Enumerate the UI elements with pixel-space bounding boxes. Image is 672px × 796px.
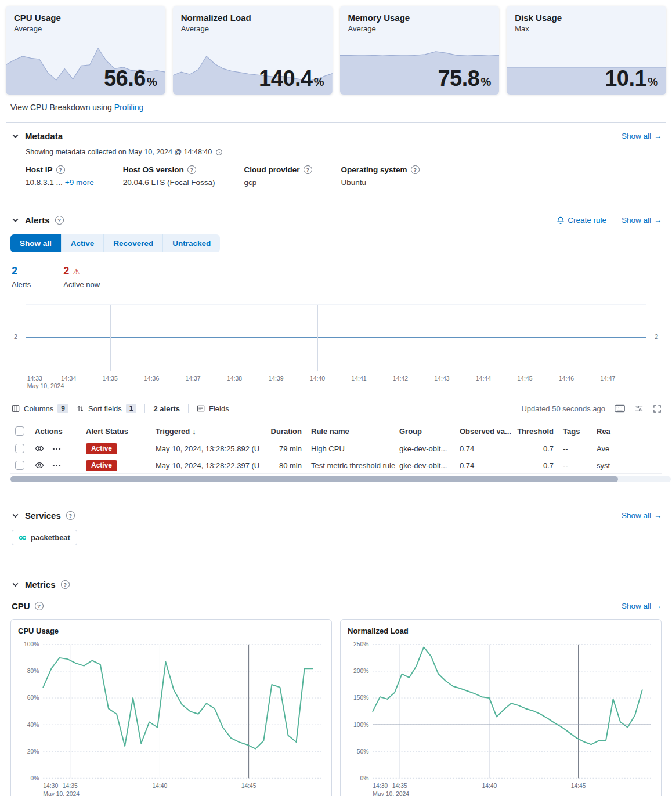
timeline-x-tick: 14:43 <box>434 375 449 382</box>
select-all-checkbox[interactable] <box>15 426 24 436</box>
fullscreen-icon <box>653 404 662 413</box>
header-rule-name[interactable]: Rule name <box>306 427 395 436</box>
filter-untracked[interactable]: Untracked <box>163 234 220 252</box>
metadata-collected-note: Showing metadata collected on May 10, 20… <box>26 148 662 156</box>
cell-threshold: 0.7 <box>512 444 558 453</box>
services-header: Services ? Show all → <box>10 511 662 520</box>
alert-status-filter-group: Show all Active Recovered Untracked <box>10 234 220 252</box>
profiling-link[interactable]: Profiling <box>114 103 144 112</box>
alert-stats: 2 Alerts 2 ⚠ Active now <box>12 265 662 289</box>
svg-text:40%: 40% <box>27 722 39 728</box>
header-alert-status[interactable]: Alert Status <box>81 427 151 436</box>
metrics-title: Metrics <box>25 580 56 589</box>
help-icon[interactable]: ? <box>304 165 312 174</box>
timeline-x-tick: 14:39 <box>268 375 283 382</box>
cell-triggered: May 10, 2024, 13:28:25.892 (U <box>156 444 259 453</box>
metadata-field-operating-system: Operating system? Ubuntu <box>341 165 420 187</box>
alerts-show-all-link[interactable]: Show all → <box>622 216 662 225</box>
filter-show-all[interactable]: Show all <box>10 234 62 252</box>
help-icon[interactable]: ? <box>61 580 70 589</box>
cell-observed-value: 0.74 <box>455 444 512 453</box>
service-packetbeat-link[interactable]: packetbeat <box>12 530 77 545</box>
keyboard-shortcuts-button[interactable] <box>615 404 625 413</box>
field-value: 10.8.3.1 ... <box>26 178 63 187</box>
timeline-gridline <box>110 305 111 371</box>
help-icon[interactable]: ? <box>411 165 420 174</box>
host-ip-more-link[interactable]: +9 more <box>65 178 94 187</box>
filter-recovered[interactable]: Recovered <box>104 234 163 252</box>
fields-button[interactable]: Fields <box>197 404 229 413</box>
chart-title: Normalized Load <box>348 627 654 635</box>
header-triggered[interactable]: Triggered ↓ <box>151 427 266 436</box>
kpi-card-cpu-usage[interactable]: CPU Usage Average 56.6 % <box>6 6 165 95</box>
fullscreen-button[interactable] <box>653 404 662 413</box>
help-icon[interactable]: ? <box>55 216 64 225</box>
services-show-all-link[interactable]: Show all → <box>622 511 662 520</box>
svg-text:0%: 0% <box>31 775 39 781</box>
metadata-header: Metadata Show all → <box>10 131 662 141</box>
more-actions-icon[interactable] <box>52 461 61 470</box>
show-all-label: Show all <box>622 132 651 140</box>
kpi-value: 10.1 % <box>605 66 658 91</box>
header-reason[interactable]: Rea <box>592 427 662 436</box>
more-actions-icon[interactable] <box>52 444 61 453</box>
help-icon[interactable]: ? <box>66 511 75 520</box>
svg-text:14:40: 14:40 <box>482 783 497 789</box>
horizontal-scrollbar[interactable] <box>10 476 671 482</box>
kpi-value: 56.6 % <box>104 66 157 91</box>
metrics-collapse-button[interactable] <box>10 580 20 589</box>
view-alert-eye-icon[interactable] <box>35 461 44 470</box>
services-collapse-button[interactable] <box>10 511 20 520</box>
header-observed-value[interactable]: Observed va... <box>455 427 512 436</box>
scrollbar-thumb[interactable] <box>10 476 618 482</box>
kpi-card-disk-usage[interactable]: Disk Usage Max 10.1 % <box>507 6 666 95</box>
cell-tags: -- <box>558 461 592 470</box>
row-checkbox[interactable] <box>15 461 24 470</box>
kpi-subtitle: Average <box>340 24 500 33</box>
view-alert-eye-icon[interactable] <box>35 444 44 453</box>
timeline-gridline <box>317 305 318 371</box>
help-icon[interactable]: ? <box>56 165 65 174</box>
header-tags[interactable]: Tags <box>558 427 592 436</box>
header-duration[interactable]: Duration <box>266 427 306 436</box>
cpu-usage-chart-panel[interactable]: CPU Usage 0%20%40%60%80%100%14:3014:3514… <box>10 619 332 796</box>
create-rule-link[interactable]: Create rule <box>557 216 606 225</box>
svg-text:200%: 200% <box>353 668 368 674</box>
cell-observed-value: 0.74 <box>455 461 512 470</box>
kpi-card-normalized-load[interactable]: Normalized Load Average 140.4 % <box>173 6 333 95</box>
alerts-total-count: 2 <box>12 265 31 277</box>
metadata-show-all-link[interactable]: Show all → <box>622 132 662 140</box>
metadata-collapse-button[interactable] <box>10 132 20 141</box>
sort-arrows-icon <box>77 405 84 413</box>
cell-triggered: May 10, 2024, 13:28:22.397 (U <box>156 461 259 470</box>
kpi-value-unit: % <box>480 75 491 89</box>
svg-text:14:30: 14:30 <box>43 783 58 789</box>
display-options-button[interactable] <box>634 404 644 413</box>
row-checkbox[interactable] <box>15 444 24 453</box>
sort-fields-button[interactable]: Sort fields 1 <box>77 404 137 413</box>
timeline-x-tick: 14:45 <box>517 375 532 382</box>
metadata-field-cloud-provider: Cloud provider? gcp <box>244 165 312 187</box>
help-icon[interactable]: ? <box>187 165 196 174</box>
svg-text:60%: 60% <box>27 694 39 701</box>
header-threshold[interactable]: Threshold <box>512 427 558 436</box>
alerts-collapse-button[interactable] <box>10 216 20 225</box>
normalized-load-chart-panel[interactable]: Normalized Load 0%50%100%150%200%250%14:… <box>340 619 662 796</box>
header-group[interactable]: Group <box>395 427 455 436</box>
alerts-section: Alerts ? Create rule Show all → Show all… <box>6 207 666 491</box>
cell-tags: -- <box>558 444 592 453</box>
cell-duration: 79 min <box>266 444 306 453</box>
cell-rule-name: Test metric threshold rule <box>306 461 395 470</box>
alerts-header: Alerts ? Create rule Show all → <box>10 215 662 225</box>
metrics-show-all-link[interactable]: Show all → <box>622 602 662 610</box>
timeline-x-tick: 14:34 <box>61 375 76 382</box>
fields-label: Fields <box>209 404 229 413</box>
header-triggered-label: Triggered <box>156 427 190 436</box>
kpi-card-memory-usage[interactable]: Memory Usage Average 75.8 % <box>340 6 500 95</box>
timeline-y-label-right: 2 <box>655 333 658 340</box>
help-icon[interactable]: ? <box>35 602 44 610</box>
filter-active[interactable]: Active <box>62 234 104 252</box>
columns-button[interactable]: Columns 9 <box>12 404 68 413</box>
field-value: gcp <box>244 178 257 187</box>
chevron-down-icon <box>12 581 18 587</box>
